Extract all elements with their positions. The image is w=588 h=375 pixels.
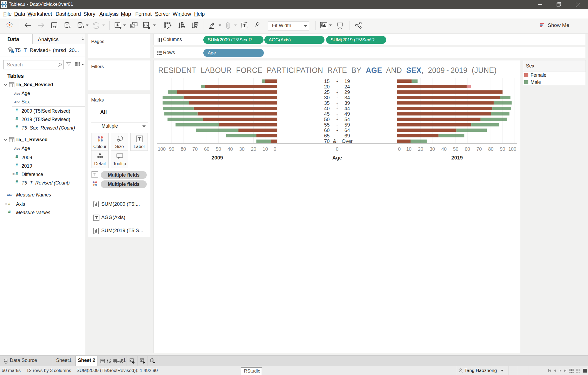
svg-text:&: &	[333, 138, 336, 144]
svg-text:-: -	[336, 89, 338, 95]
svg-text:0: 0	[336, 146, 339, 152]
svg-text:50: 50	[453, 146, 458, 152]
svg-text:34: 34	[344, 95, 350, 100]
svg-text:60: 60	[204, 146, 210, 152]
svg-text:69: 69	[344, 133, 350, 139]
svg-text:2009: 2009	[212, 155, 223, 161]
svg-text:0: 0	[274, 146, 276, 152]
svg-text:40: 40	[324, 106, 330, 111]
svg-text:19: 19	[344, 78, 350, 84]
svg-text:90: 90	[500, 146, 505, 152]
svg-text:20: 20	[324, 84, 330, 90]
svg-text:-: -	[336, 84, 338, 90]
svg-text:10: 10	[406, 146, 412, 152]
svg-text:-: -	[336, 122, 338, 128]
svg-text:0: 0	[398, 146, 401, 152]
svg-text:-: -	[336, 100, 338, 106]
svg-text:100: 100	[508, 146, 516, 152]
svg-text:100: 100	[158, 146, 166, 152]
svg-text:60: 60	[465, 146, 470, 152]
svg-text:55: 55	[324, 122, 330, 128]
svg-text:10: 10	[263, 146, 268, 152]
svg-text:39: 39	[344, 100, 350, 106]
svg-text:Age: Age	[332, 155, 342, 161]
svg-text:35: 35	[324, 100, 330, 106]
svg-text:29: 29	[344, 89, 350, 95]
svg-text:15: 15	[324, 78, 330, 84]
svg-text:40: 40	[228, 146, 233, 152]
svg-text:45: 45	[324, 111, 330, 117]
svg-text:54: 54	[344, 116, 350, 122]
svg-text:2019: 2019	[451, 155, 463, 161]
svg-text:-: -	[336, 127, 338, 133]
svg-text:-: -	[336, 116, 338, 122]
svg-text:-: -	[336, 111, 338, 117]
svg-text:90: 90	[169, 146, 174, 152]
svg-text:30: 30	[430, 146, 435, 152]
svg-text:20: 20	[251, 146, 256, 152]
svg-text:-: -	[336, 106, 338, 111]
svg-text:30: 30	[239, 146, 245, 152]
svg-text:-: -	[336, 133, 338, 139]
svg-text:59: 59	[344, 122, 350, 128]
svg-text:Over: Over	[342, 138, 353, 144]
svg-text:-: -	[336, 95, 338, 100]
svg-text:40: 40	[441, 146, 447, 152]
svg-text:70: 70	[192, 146, 198, 152]
svg-text:44: 44	[344, 106, 350, 111]
svg-text:70: 70	[476, 146, 482, 152]
svg-text:50: 50	[324, 116, 330, 122]
svg-text:20: 20	[418, 146, 423, 152]
svg-text:-: -	[336, 78, 338, 84]
svg-text:65: 65	[324, 133, 330, 139]
svg-text:60: 60	[324, 127, 330, 133]
svg-text:50: 50	[216, 146, 221, 152]
svg-text:24: 24	[344, 84, 350, 90]
svg-text:30: 30	[324, 95, 330, 100]
svg-text:64: 64	[344, 127, 350, 133]
svg-text:80: 80	[488, 146, 494, 152]
svg-text:49: 49	[344, 111, 350, 117]
svg-text:70: 70	[324, 138, 330, 144]
svg-text:80: 80	[181, 146, 186, 152]
svg-text:25: 25	[324, 89, 330, 95]
